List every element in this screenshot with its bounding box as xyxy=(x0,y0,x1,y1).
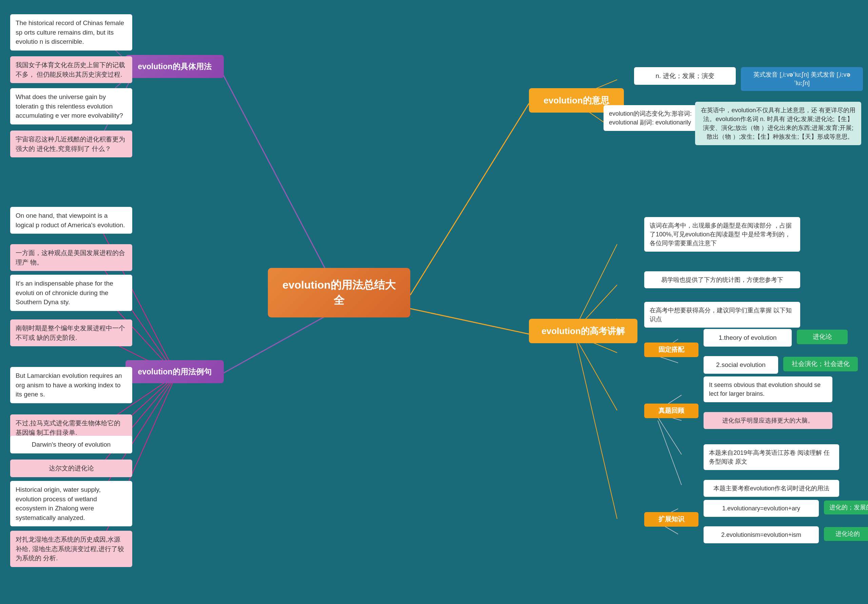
branch-gaokao: evolution的高考讲解 xyxy=(529,319,637,343)
social-evolution-node: 2.social evolution xyxy=(704,356,778,374)
meaning-detail-node: 在英语中，evolution不仅具有上述意思，还 有更详尽的用法。evoluti… xyxy=(695,102,861,145)
mind-map: evolution的用法总结大全 evolution的意思 n. 进化；发展；演… xyxy=(0,0,868,604)
ex7-cn-node: 对扎龙湿地生态系统的历史成因,水源补给, 湿地生态系统演变过程,进行了较为系统的… xyxy=(10,531,132,567)
ex6-cn-node: 达尔文的进化论 xyxy=(10,460,132,477)
ex1-cn-node: 我国女子体育文化在历史上留下的记载不多， 但仍能反映出其历史演变过程. xyxy=(10,56,132,83)
branch-liju: evolution的用法例句 xyxy=(126,360,224,383)
svg-line-2 xyxy=(220,70,339,295)
svg-line-28 xyxy=(658,356,678,363)
gudingpeihe-node: 固定搭配 xyxy=(644,343,699,357)
shehui-jinhua-node: 社会演化；社会进化 xyxy=(783,357,858,371)
svg-line-33 xyxy=(658,417,682,455)
ex3-cn-node: 一方面，这种观点是美国发展进程的合理产 物。 xyxy=(10,244,132,271)
zhenti-source-node: 本题来自2019年高考英语江苏卷 阅读理解 任 务型阅读 原文 xyxy=(704,444,839,470)
ex5-en-node: But Lamarckian evolution requires an org… xyxy=(10,367,132,403)
branch-juti: evolution的具体用法 xyxy=(126,55,224,78)
svg-line-26 xyxy=(577,343,617,519)
evolutionary-node: 1.evolutionary=evolution+ary xyxy=(704,500,819,517)
ex1-en-node: The historical record of Chinas female s… xyxy=(10,14,132,51)
svg-line-1 xyxy=(410,309,529,334)
ex2-en-node: What does the universe gain by toleratin… xyxy=(10,88,132,124)
gaokao-intro3: 在高考中想要获得高分，建议同学们重点掌握 以下知识点 xyxy=(644,302,800,328)
ex6-en-node: Darwin's theory of evolution xyxy=(10,436,132,453)
gaokao-intro2: 易学啦也提供了下方的统计图，方便您参考下 xyxy=(644,271,800,288)
jinhualun-node: 进化论 xyxy=(797,330,848,344)
ex4-en-node: It's an indispensable phase for the evol… xyxy=(10,275,132,311)
evolutionism-meaning-node: 进化论的 xyxy=(824,527,868,541)
svg-line-34 xyxy=(658,421,682,485)
gaokao-intro1: 该词在高考中，出现最多的题型是在阅读部分 ，占据了100%,可见evolutio… xyxy=(644,217,800,252)
ex4-cn-node: 南朝时期是整个编年史发展进程中一个不可或 缺的历史阶段. xyxy=(10,320,132,346)
ex7-en-node: Historical origin, water supply, evoluti… xyxy=(10,481,132,526)
svg-line-0 xyxy=(410,103,529,295)
zhenti-huigu-node: 真题回顾 xyxy=(644,404,699,418)
svg-line-21 xyxy=(577,244,617,326)
pronunciation-node: 英式发音 [ˌiːvəˈluːʃn] 美式发音 [ˌiːvəˈluːʃn] xyxy=(741,67,863,91)
ex2-cn-node: 宇宙容忍这种几近残酷的进化积蓄更为强大的 进化性,究竟得到了 什么？ xyxy=(10,130,132,157)
zhenti1-node: It seems obvious that evolution should s… xyxy=(704,376,832,402)
evolutionary-meaning-node: 进化的；发展的；渐进的 xyxy=(824,501,868,514)
svg-line-3 xyxy=(220,309,339,375)
meaning-n-node: n. 进化；发展；演变 xyxy=(634,67,736,85)
svg-line-25 xyxy=(577,339,617,410)
zhenti-kaodian-node: 本题主要考察evolution作名词时进化的用法 xyxy=(704,480,839,497)
ex3-en-node: On one hand, that viewpoint is a logical… xyxy=(10,207,132,234)
kuozhan-node: 扩展知识 xyxy=(644,512,699,527)
theory-evolution-node: 1.theory of evolution xyxy=(704,329,792,346)
center-node: evolution的用法总结大全 xyxy=(268,268,410,317)
zhenti1-cn-node: 进化似乎明显应选择更大的大脑。 xyxy=(704,412,832,429)
evolutionism-node: 2.evolutionism=evolution+ism xyxy=(704,526,819,543)
